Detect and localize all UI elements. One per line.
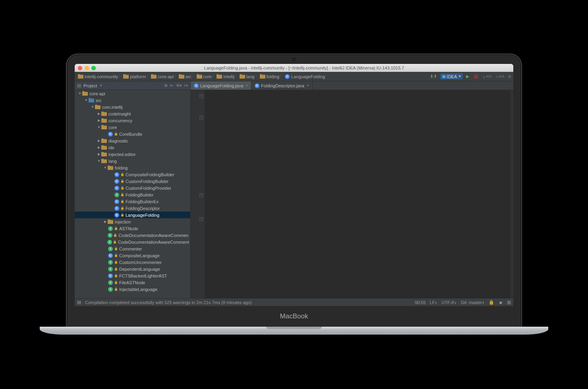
laptop-device: LanguageFolding.java - intellij-communit… — [66, 54, 522, 335]
run-config-dropdown[interactable]: ▣ IDEA ▼ — [440, 73, 463, 79]
hide-icon[interactable]: ↦ — [184, 83, 188, 88]
close-tab-icon[interactable]: × — [246, 83, 248, 88]
window-maximize-button[interactable] — [91, 66, 96, 70]
hector-icon[interactable]: ☻ — [498, 300, 503, 305]
scroll-from-source-icon[interactable]: ⊕ — [164, 83, 168, 88]
tree-node[interactable]: ▶ codeInsight — [75, 110, 190, 117]
tab-label: FoldingDescriptor.java — [261, 83, 304, 88]
tree-node[interactable]: C 🔒 FCTSBackedLighterAST — [75, 272, 190, 279]
breadcrumb-item[interactable]: folding — [258, 74, 281, 79]
tree-node[interactable]: I 🔒 FoldingBuilder — [75, 191, 190, 198]
tree-node[interactable]: C 🔒 CustomFoldingBuilder — [75, 178, 190, 185]
tree-node[interactable]: ▼ src — [75, 97, 190, 104]
fold-marker-icon[interactable]: + — [199, 217, 203, 221]
lock-icon: 🔒 — [120, 193, 124, 196]
breadcrumb-item[interactable]: CLanguageFolding — [283, 74, 327, 79]
class-icon: C — [255, 83, 259, 88]
tree-twisty-icon[interactable]: ▶ — [97, 112, 101, 116]
tree-twisty-icon[interactable]: ▶ — [97, 146, 101, 149]
breadcrumb-item[interactable]: com — [195, 74, 213, 79]
fold-marker-icon[interactable]: + — [199, 193, 203, 197]
collapse-all-icon[interactable]: ⇤ — [170, 83, 174, 88]
editor-gutter[interactable]: + + + + — [191, 90, 205, 298]
lock-icon[interactable]: 🔒 — [489, 300, 494, 305]
lock-icon: 🔒 — [114, 132, 118, 136]
tree-node[interactable]: ▼ core — [75, 124, 190, 131]
tree-node-label: CustomFoldingProvider — [126, 186, 171, 191]
tree-node[interactable]: ▶ concurrency — [75, 117, 190, 124]
marker-stripe[interactable] — [510, 90, 513, 298]
tree-node[interactable]: I 🔒 CustomUncommenter — [75, 259, 190, 266]
tree-node[interactable]: C 🔒 FoldingBuilderEx — [75, 198, 190, 205]
window-minimize-button[interactable] — [85, 66, 89, 70]
tree-node[interactable]: C 🔒 CompositeLanguage — [75, 252, 190, 259]
editor-canvas[interactable] — [205, 90, 510, 298]
folder-icon — [217, 74, 222, 79]
tree-twisty-icon[interactable]: ▼ — [84, 98, 88, 102]
tree-node[interactable]: ▼ com.intellij — [75, 104, 190, 110]
breadcrumb-item[interactable]: src — [177, 74, 193, 79]
debug-button[interactable]: 🐞 — [472, 73, 480, 79]
git-branch[interactable]: Git: master⇕ — [461, 300, 485, 305]
settings-icon[interactable]: ✲▾ — [176, 83, 182, 88]
class-icon: C — [114, 172, 120, 177]
breadcrumb-item[interactable]: platform — [122, 74, 147, 79]
editor-tab[interactable]: CLanguageFolding.java× — [191, 81, 251, 90]
tree-twisty-icon[interactable]: ▶ — [103, 220, 107, 223]
project-panel-header[interactable]: ▤ Project ▼ ⊕ ⇤ ✲▾ ↦ — [75, 81, 190, 90]
tree-node[interactable]: C 🔒 CompositeFoldingBuilder — [75, 171, 190, 178]
tree-twisty-icon[interactable]: ▶ — [97, 139, 101, 143]
editor-tab[interactable]: CFoldingDescriptor.java× — [251, 81, 313, 90]
encoding[interactable]: UTF-8⇕ — [441, 300, 456, 305]
tree-node[interactable]: ▶ ide — [75, 144, 190, 151]
tree-node[interactable]: ▶ injection — [75, 218, 190, 225]
tree-node[interactable]: I 🔒 Commenter — [75, 245, 190, 252]
tree-node[interactable]: I 🔒 ASTNode — [75, 225, 190, 232]
tree-node[interactable]: ▼ folding — [75, 164, 190, 171]
breadcrumb-item[interactable]: lang — [238, 74, 256, 79]
tree-node-label: InjectableLanguage — [119, 287, 157, 292]
tree-node[interactable]: I 🔒 InjectableLanguage — [75, 286, 190, 293]
tree-node[interactable]: I 🔒 FileASTNode — [75, 279, 190, 286]
tree-node[interactable]: C 🔒 FoldingDescriptor — [75, 205, 190, 212]
tree-twisty-icon[interactable]: ▼ — [97, 125, 101, 129]
memory-indicator-icon[interactable]: ▥ — [507, 300, 511, 305]
todo-toolwindow-icon[interactable]: ▤ — [77, 300, 81, 305]
fold-marker-icon[interactable]: + — [199, 94, 203, 98]
tree-twisty-icon[interactable]: ▼ — [103, 166, 107, 169]
tree-twisty-icon[interactable]: ▶ — [97, 119, 101, 122]
tree-node[interactable]: I 🔒 CodeDocumentationAwareCommenterEx — [75, 239, 190, 245]
tree-node[interactable]: C 🔒 CoreBundle — [75, 131, 190, 137]
window-close-button[interactable] — [78, 66, 82, 70]
tree-twisty-icon[interactable]: ▼ — [91, 105, 95, 109]
breadcrumb-item[interactable]: intellij-community — [76, 74, 120, 79]
structure-icon[interactable]: ⧈ — [507, 73, 512, 79]
breadcrumb-item[interactable]: core-api — [149, 74, 175, 79]
titlebar: LanguageFolding.java - intellij-communit… — [75, 64, 513, 72]
line-ending[interactable]: LF⇕ — [430, 300, 438, 305]
tree-node[interactable]: C 🔒 CustomFoldingProvider — [75, 185, 190, 191]
package-icon — [101, 145, 107, 150]
tree-node[interactable]: I 🔒 DependentLanguage — [75, 266, 190, 272]
tree-node[interactable]: ▼ lang — [75, 158, 190, 164]
tree-node-label: ASTNode — [119, 226, 138, 231]
build-icon[interactable]: ⬇⬆ — [429, 73, 438, 79]
tree-twisty-icon[interactable]: ▼ — [97, 159, 101, 163]
caret-position[interactable]: 90:55 — [415, 300, 426, 305]
run-button[interactable]: ▶ — [465, 73, 470, 79]
project-tree[interactable]: ▼ core-api▼ src▼ com.intellij▶ codeInsig… — [75, 90, 190, 298]
tree-node[interactable]: ▶ injected.editor — [75, 151, 190, 158]
tree-node-label: concurrency — [108, 118, 132, 123]
tree-twisty-icon[interactable]: ▶ — [97, 152, 101, 156]
breadcrumb-item[interactable]: intellij — [215, 74, 236, 79]
tree-node[interactable]: C 🔒 LanguageFolding — [75, 212, 190, 218]
update-project-icon[interactable]: ↓VCS — [482, 74, 492, 79]
commit-icon[interactable]: ↑VCS — [495, 74, 505, 79]
tree-node[interactable]: ▶ diagnostic — [75, 137, 190, 144]
fold-marker-icon[interactable]: + — [199, 116, 203, 119]
tree-node[interactable]: I 🔒 CodeDocumentationAwareCommenter — [75, 232, 190, 239]
close-tab-icon[interactable]: × — [307, 83, 309, 88]
tree-node[interactable]: ▼ core-api — [75, 90, 190, 97]
tree-twisty-icon[interactable]: ▼ — [78, 92, 82, 95]
project-icon: ▤ — [77, 83, 81, 88]
